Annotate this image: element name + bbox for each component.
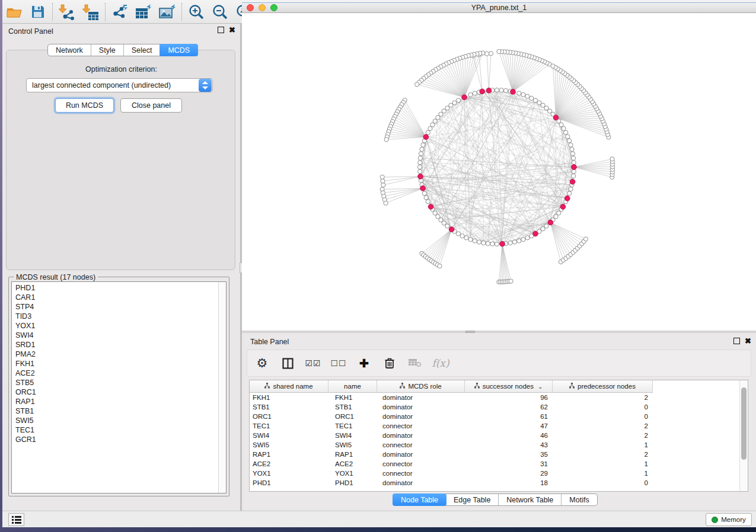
- column-visibility-icon[interactable]: [280, 355, 295, 371]
- log-console-button[interactable]: [8, 513, 24, 526]
- graph-node[interactable]: [517, 91, 521, 95]
- table-scrollbar-thumb[interactable]: [741, 387, 747, 460]
- graph-leaf-node[interactable]: [381, 183, 385, 187]
- graph-node[interactable]: [572, 156, 576, 160]
- graph-dominator-node[interactable]: [533, 231, 538, 236]
- graph-node[interactable]: [420, 147, 424, 151]
- graph-dominator-node[interactable]: [428, 204, 433, 210]
- table-row[interactable]: ORC1ORC1dominator610: [250, 412, 739, 421]
- export-network-icon[interactable]: [108, 2, 132, 22]
- table-row[interactable]: ACE2ACE2connector311: [250, 459, 739, 469]
- graph-dominator-node[interactable]: [480, 89, 485, 94]
- memory-button[interactable]: Memory: [706, 513, 752, 526]
- import-network-icon[interactable]: [55, 2, 79, 22]
- save-icon[interactable]: [26, 2, 50, 22]
- graph-node[interactable]: [490, 242, 495, 246]
- column-header-shared-name[interactable]: shared name: [250, 380, 328, 393]
- graph-leaf-node[interactable]: [415, 82, 419, 86]
- table-row[interactable]: PHD1PHD1dominator180: [250, 478, 739, 488]
- zoom-out-icon[interactable]: [208, 2, 232, 22]
- graph-node[interactable]: [477, 240, 481, 244]
- tab-network[interactable]: Network: [48, 44, 91, 56]
- zoom-in-icon[interactable]: [184, 2, 208, 22]
- graph-node[interactable]: [424, 196, 428, 200]
- run-mcds-button[interactable]: Run MCDS: [55, 98, 114, 113]
- graph-leaf-node[interactable]: [497, 49, 501, 53]
- table-row[interactable]: SWI4SWI4dominator462: [250, 431, 739, 440]
- graph-node[interactable]: [481, 241, 486, 245]
- table-row[interactable]: STB1STB1dominator620: [250, 402, 739, 412]
- table-settings-gear-icon[interactable]: ⚙: [254, 355, 270, 371]
- mcds-result-item[interactable]: STB5: [12, 378, 218, 387]
- graph-dominator-node[interactable]: [553, 115, 559, 120]
- graph-node[interactable]: [567, 139, 572, 143]
- mcds-list-scrollbar[interactable]: [218, 282, 226, 493]
- mcds-result-item[interactable]: ORC1: [12, 387, 218, 397]
- table-row[interactable]: TEC1TEC1connector472: [250, 421, 739, 431]
- graph-node[interactable]: [570, 147, 574, 151]
- graph-node[interactable]: [566, 134, 570, 139]
- network-titlebar[interactable]: YPA_prune.txt_1: [242, 2, 756, 13]
- graph-node[interactable]: [521, 238, 525, 242]
- graph-node[interactable]: [521, 92, 525, 97]
- graph-dominator-node[interactable]: [560, 204, 566, 210]
- mcds-result-item[interactable]: FKH1: [12, 359, 218, 368]
- mcds-result-item[interactable]: SWI5: [12, 416, 218, 425]
- graph-node[interactable]: [572, 161, 576, 165]
- mcds-result-item[interactable]: YOX1: [12, 321, 218, 331]
- function-builder-icon[interactable]: f(x): [433, 355, 448, 371]
- graph-node[interactable]: [456, 232, 460, 236]
- close-table-panel-icon[interactable]: ✖: [745, 338, 751, 344]
- graph-leaf-node[interactable]: [509, 279, 513, 283]
- graph-node[interactable]: [473, 91, 477, 95]
- tab-mcds[interactable]: MCDS: [160, 44, 198, 56]
- mcds-result-item[interactable]: STP4: [12, 302, 218, 312]
- graph-node[interactable]: [426, 200, 430, 204]
- graph-node[interactable]: [517, 239, 521, 243]
- graph-node[interactable]: [426, 130, 430, 134]
- graph-dominator-node[interactable]: [570, 180, 575, 185]
- graph-node[interactable]: [569, 143, 573, 147]
- float-panel-icon[interactable]: [218, 27, 224, 33]
- tab-style[interactable]: Style: [91, 44, 124, 56]
- float-table-panel-icon[interactable]: [733, 338, 740, 344]
- graph-node[interactable]: [570, 152, 575, 156]
- select-all-icon[interactable]: ☑☑: [305, 355, 321, 371]
- column-header-name[interactable]: name: [328, 380, 377, 393]
- graph-dominator-node[interactable]: [500, 241, 505, 246]
- graph-dominator-node[interactable]: [420, 186, 426, 191]
- graph-node[interactable]: [533, 98, 537, 102]
- mcds-result-item[interactable]: SWI4: [12, 331, 218, 340]
- graph-node[interactable]: [569, 187, 573, 191]
- network-canvas[interactable]: [242, 13, 756, 307]
- column-header-successor-nodes[interactable]: successor nodes⌄: [465, 380, 553, 393]
- graph-node[interactable]: [473, 239, 477, 243]
- mcds-result-item[interactable]: PMA2: [12, 350, 218, 359]
- mcds-result-item[interactable]: GCR1: [12, 435, 218, 444]
- graph-node[interactable]: [572, 169, 576, 174]
- graph-leaf-node[interactable]: [583, 237, 588, 241]
- add-icon[interactable]: ✚: [356, 355, 372, 371]
- graph-node[interactable]: [508, 241, 512, 245]
- criterion-dropdown[interactable]: largest connected component (undirected): [26, 78, 213, 92]
- graph-node[interactable]: [460, 234, 464, 238]
- graph-dominator-node[interactable]: [486, 88, 492, 93]
- graph-leaf-node[interactable]: [551, 64, 555, 68]
- mcds-result-item[interactable]: STB1: [12, 406, 218, 416]
- export-table-icon[interactable]: [132, 2, 155, 22]
- graph-dominator-node[interactable]: [548, 220, 553, 225]
- graph-node[interactable]: [537, 101, 541, 105]
- graph-dominator-node[interactable]: [511, 89, 516, 95]
- table-scrollbar[interactable]: [739, 380, 748, 491]
- graph-node[interactable]: [417, 165, 422, 169]
- mcds-result-item[interactable]: TEC1: [12, 425, 218, 435]
- tab-motifs[interactable]: Motifs: [562, 494, 596, 505]
- graph-node[interactable]: [418, 169, 422, 174]
- graph-leaf-node[interactable]: [610, 157, 614, 161]
- graph-node[interactable]: [421, 143, 425, 147]
- table-row[interactable]: YOX1YOX1connector291: [250, 469, 739, 478]
- graph-leaf-node[interactable]: [438, 264, 442, 268]
- graph-node[interactable]: [418, 161, 422, 165]
- mcds-result-item[interactable]: TID3: [12, 312, 218, 321]
- tab-network-table[interactable]: Network Table: [499, 494, 562, 505]
